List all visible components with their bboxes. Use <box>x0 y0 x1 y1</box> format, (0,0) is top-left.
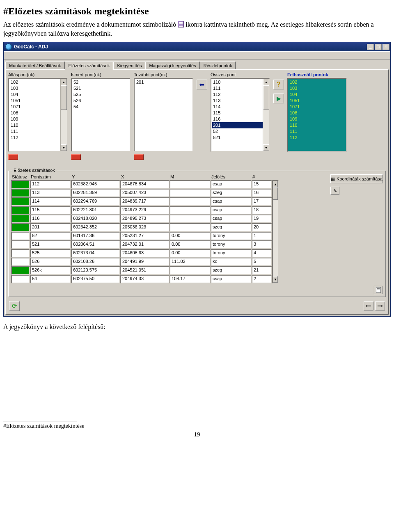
cell[interactable]: 17 <box>252 197 272 206</box>
list-item[interactable]: 52 <box>212 128 268 135</box>
cell[interactable]: 2 <box>252 275 272 283</box>
cell[interactable]: 205036.023 <box>120 223 170 232</box>
table-row[interactable]: 526k602120.575204521.051szeg21 <box>11 266 272 275</box>
list-item[interactable]: 54 <box>73 104 129 110</box>
remove-station-button[interactable] <box>8 154 18 160</box>
cell[interactable]: 602375.50 <box>71 275 120 283</box>
cell[interactable]: szeg <box>211 223 252 232</box>
list-station-points[interactable]: 10210310410511071108109110111112 ▲▼ <box>8 78 68 152</box>
list-used-points[interactable]: 10210310410511071108109110111112 <box>287 78 347 152</box>
cell[interactable]: 602120.575 <box>71 266 120 275</box>
scroll-thumb[interactable] <box>61 85 67 110</box>
list-item[interactable]: 103 <box>10 85 66 91</box>
cell[interactable] <box>170 206 211 215</box>
report-button[interactable] <box>374 286 383 294</box>
list-item[interactable]: 108 <box>289 110 345 116</box>
cell[interactable] <box>170 180 211 189</box>
cell[interactable] <box>170 223 211 232</box>
list-item[interactable]: 102 <box>289 79 345 85</box>
cell[interactable]: 521 <box>30 240 71 249</box>
prev-button[interactable]: 🠔 <box>364 301 373 311</box>
list-item[interactable]: 201 <box>135 79 192 85</box>
scroll-down-icon[interactable]: ▼ <box>61 144 67 151</box>
tab-prelim-calcs[interactable]: Előzetes számítások <box>65 62 114 70</box>
remove-extra-button[interactable] <box>134 154 144 160</box>
table-row[interactable]: 525602373.04204608.630.00torony4 <box>11 249 272 258</box>
remove-known-button[interactable] <box>71 154 81 160</box>
list-item[interactable]: 109 <box>10 116 66 122</box>
list-item[interactable]: 103 <box>289 85 345 91</box>
cell[interactable]: 112 <box>30 180 71 189</box>
list-item[interactable]: 114 <box>212 104 268 110</box>
cell[interactable]: 204974.33 <box>120 275 170 283</box>
cell[interactable]: 21 <box>252 266 272 275</box>
table-row[interactable]: 54602375.50204974.33108.17csap2 <box>11 275 272 283</box>
cell[interactable]: 204895.273 <box>120 215 170 223</box>
list-item[interactable]: 52 <box>73 79 129 85</box>
cell[interactable]: 204678.834 <box>120 180 170 189</box>
cell[interactable]: 201 <box>30 223 71 232</box>
cell[interactable] <box>170 189 211 197</box>
list-item[interactable]: 108 <box>10 110 66 116</box>
cell[interactable]: 602342.352 <box>71 223 120 232</box>
list-item[interactable]: 112 <box>212 91 268 98</box>
table-row[interactable]: 201602342.352205036.023szeg20 <box>11 223 272 232</box>
cell[interactable] <box>170 197 211 206</box>
cell[interactable] <box>11 275 30 283</box>
scroll-down-icon[interactable]: ▼ <box>273 276 278 283</box>
tab-height-adjustment[interactable]: Magassági kiegyenlítés <box>145 62 199 70</box>
list-item[interactable]: 201 <box>212 122 268 128</box>
scroll-up-icon[interactable]: ▲ <box>273 181 278 187</box>
cell[interactable] <box>11 206 30 215</box>
cell[interactable]: 113 <box>30 189 71 197</box>
list-item[interactable]: 112 <box>10 135 66 141</box>
list-item[interactable]: 113 <box>212 98 268 104</box>
cell[interactable]: 526k <box>30 266 71 275</box>
cell[interactable] <box>11 266 30 275</box>
cell[interactable]: csap <box>211 180 252 189</box>
list-item[interactable]: 110 <box>10 122 66 128</box>
cell[interactable]: 602064.51 <box>71 240 120 249</box>
list-item[interactable]: 1051 <box>10 98 66 104</box>
titlebar[interactable]: GeoCalc - ADJ _ □ × <box>4 42 390 51</box>
cell[interactable]: 205007.423 <box>120 189 170 197</box>
table-row[interactable]: 112602382.945204678.834csap15 <box>11 180 272 189</box>
cell[interactable]: 601817.36 <box>71 232 120 240</box>
cell[interactable]: 108.17 <box>170 275 211 283</box>
table-row[interactable]: 116602418.020204895.273csap19 <box>11 215 272 223</box>
list-item[interactable]: 526 <box>73 98 129 104</box>
list-item[interactable]: 109 <box>289 116 345 122</box>
refresh-button[interactable]: ⟳ <box>9 301 20 311</box>
cell[interactable] <box>11 189 30 197</box>
cell[interactable]: csap <box>211 215 252 223</box>
cell[interactable]: 204732.01 <box>120 240 170 249</box>
cell[interactable]: 0.00 <box>170 249 211 258</box>
cell[interactable]: 54 <box>30 275 71 283</box>
cell[interactable]: 116 <box>30 215 71 223</box>
list-item[interactable]: 521 <box>212 135 268 141</box>
cell[interactable]: 204521.051 <box>120 266 170 275</box>
maximize-button[interactable]: □ <box>375 44 382 50</box>
cell[interactable]: 204491.99 <box>120 258 170 266</box>
cell[interactable]: szeg <box>211 266 252 275</box>
list-item[interactable]: 104 <box>10 91 66 98</box>
tab-detail-points[interactable]: Részletpontok <box>200 62 236 70</box>
cell[interactable]: 602382.945 <box>71 180 120 189</box>
list-item[interactable]: 110 <box>289 122 345 128</box>
cell[interactable]: csap <box>211 206 252 215</box>
minimize-button[interactable]: _ <box>367 44 374 50</box>
scroll-thumb[interactable] <box>273 187 278 200</box>
list-item[interactable]: 102 <box>10 79 66 85</box>
cell[interactable]: szeg <box>211 189 252 197</box>
cell[interactable]: 4 <box>252 249 272 258</box>
list-item[interactable]: 116 <box>212 116 268 122</box>
table-row[interactable]: 115602221.301204973.229csap18 <box>11 206 272 215</box>
table-row[interactable]: 114602294.769204839.717csap17 <box>11 197 272 206</box>
cell[interactable]: 1 <box>252 232 272 240</box>
move-left-button[interactable]: ⬅ <box>197 80 207 89</box>
table-row[interactable]: 52601817.36205231.270.00torony1 <box>11 232 272 240</box>
list-item[interactable]: 1071 <box>289 104 345 110</box>
scroll-thumb[interactable] <box>263 85 269 110</box>
list-all-points[interactable]: 11011111211311411511620152521 ▲▼ <box>211 78 270 152</box>
cell[interactable]: 205231.27 <box>120 232 170 240</box>
